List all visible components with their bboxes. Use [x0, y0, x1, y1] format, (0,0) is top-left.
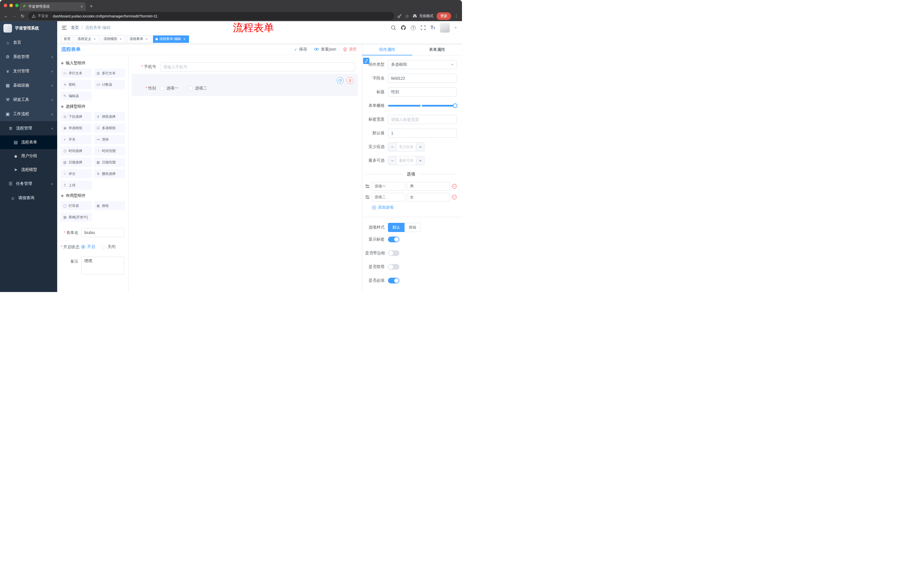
palette-item-button[interactable]: ▣按钮: [94, 201, 125, 210]
font-size-icon[interactable]: [431, 25, 435, 30]
palette-item-single-text[interactable]: ▭单行文本: [61, 69, 92, 78]
forward-button[interactable]: →: [12, 13, 17, 18]
window-close-button[interactable]: [4, 4, 7, 7]
palette-item-color-picker[interactable]: ⊛颜色选择: [94, 169, 125, 178]
palette-item-time-picker[interactable]: ◷时间选择: [61, 146, 92, 155]
label-width-input[interactable]: [388, 115, 457, 124]
max-increase-button[interactable]: +: [416, 156, 424, 165]
tab-close-icon[interactable]: ×: [81, 4, 83, 9]
slider-handle[interactable]: [453, 104, 457, 108]
phone-field-row[interactable]: 手机号: [132, 62, 358, 71]
sidebar-item-system-mgmt[interactable]: ⚙ 系统管理 ∨: [0, 50, 57, 64]
window-maximize-button[interactable]: [15, 4, 18, 7]
disabled-toggle[interactable]: [388, 264, 399, 270]
status-off-radio[interactable]: 关闭: [101, 244, 116, 249]
add-option-button[interactable]: 添加选项: [372, 205, 457, 210]
remark-textarea[interactable]: 嘿嘿: [81, 257, 124, 274]
browser-tab[interactable]: 芋道管理系统 ×: [20, 2, 86, 11]
tag-close-icon[interactable]: [119, 37, 123, 41]
remove-option-button[interactable]: [452, 184, 457, 189]
search-icon[interactable]: [391, 25, 396, 30]
phone-input[interactable]: [160, 62, 355, 71]
sidebar-item-process-form[interactable]: ▤ 流程表单: [0, 135, 57, 149]
min-decrease-button[interactable]: −: [388, 143, 396, 151]
palette-item-table[interactable]: ▦表格[开发中]: [61, 212, 92, 222]
option-style-default-button[interactable]: 默认: [388, 223, 404, 232]
sidebar-item-workflow[interactable]: ▣ 工作流程 ∧: [0, 107, 57, 121]
palette-item-select[interactable]: ◎下拉选择: [61, 112, 92, 121]
palette-item-upload[interactable]: ↥上传: [61, 181, 92, 190]
field-name-input[interactable]: [388, 74, 457, 83]
palette-item-time-range[interactable]: ◔时间范围: [94, 146, 125, 155]
palette-item-rate[interactable]: ☆评分: [61, 169, 92, 178]
drag-handle-icon[interactable]: [365, 184, 370, 188]
clear-button[interactable]: 清空: [343, 47, 357, 52]
palette-item-counter[interactable]: 123计数器: [94, 80, 125, 89]
component-type-select[interactable]: 多选框组: [388, 60, 457, 69]
github-icon[interactable]: [401, 25, 406, 30]
option-value-input[interactable]: [407, 182, 450, 191]
view-json-button[interactable]: 查看json: [314, 47, 336, 52]
sidebar-item-infrastructure[interactable]: ▦ 基础设施 ∨: [0, 78, 57, 92]
show-label-toggle[interactable]: [388, 237, 399, 242]
tag-close-icon[interactable]: [182, 37, 186, 41]
password-key-icon[interactable]: [398, 14, 402, 18]
tag-process-definition[interactable]: 流程定义: [75, 35, 99, 43]
option-value-input[interactable]: [407, 193, 450, 201]
required-toggle[interactable]: [388, 278, 399, 283]
tab-component-props[interactable]: 组件属性: [362, 44, 412, 55]
help-icon[interactable]: ?: [411, 25, 416, 30]
sidebar-item-task-mgmt[interactable]: ☰ 任务管理 ∨: [0, 176, 57, 191]
address-bar[interactable]: 不安全 dashboard.yudao.iocoder.cn/bpm/manag…: [28, 12, 394, 20]
status-on-radio[interactable]: 开启: [81, 244, 95, 249]
palette-item-date-range[interactable]: ▩日期范围: [94, 158, 125, 167]
title-input[interactable]: [388, 87, 457, 97]
gender-option-1-checkbox[interactable]: 选项一: [160, 86, 178, 91]
palette-item-checkbox-group[interactable]: ☑多选框组: [94, 123, 125, 133]
option-label-input[interactable]: [371, 193, 405, 201]
sidebar-item-process-mgmt[interactable]: ≣ 流程管理 ∧: [0, 121, 57, 135]
form-name-input[interactable]: [81, 228, 124, 237]
drag-handle-icon[interactable]: [365, 195, 370, 199]
palette-item-editor[interactable]: ✎编辑器: [61, 91, 92, 100]
option-label-input[interactable]: [371, 182, 405, 191]
update-button[interactable]: 更新: [437, 12, 451, 20]
copy-component-button[interactable]: [337, 77, 344, 84]
hamburger-icon[interactable]: [62, 25, 67, 30]
palette-item-date-picker[interactable]: ▧日期选择: [61, 158, 92, 167]
sidebar-item-process-model[interactable]: ➤ 流程模型: [0, 163, 57, 176]
tag-process-model[interactable]: 流程模型: [101, 35, 125, 43]
sidebar-item-home[interactable]: ⌂ 首页: [0, 35, 57, 50]
form-grid-slider[interactable]: [388, 101, 457, 110]
min-select-input[interactable]: [396, 143, 416, 151]
tag-close-icon[interactable]: [145, 37, 148, 41]
option-style-button-button[interactable]: 按钮: [404, 223, 421, 232]
tag-process-form[interactable]: 流程表单: [127, 35, 151, 43]
delete-component-button[interactable]: [346, 77, 353, 84]
window-minimize-button[interactable]: [10, 4, 13, 7]
checkbox-box[interactable]: [160, 86, 164, 90]
palette-item-slider[interactable]: ⊶滑块: [94, 135, 125, 144]
back-button[interactable]: ←: [3, 13, 8, 18]
checkbox-box[interactable]: [189, 86, 193, 90]
border-toggle[interactable]: [388, 250, 399, 256]
tag-close-icon[interactable]: [92, 37, 97, 41]
tag-home[interactable]: 首页: [61, 35, 73, 43]
palette-item-multi-text[interactable]: ▤多行文本: [94, 69, 125, 78]
tag-process-form-edit[interactable]: 流程表单-编辑: [153, 35, 189, 43]
sidebar-item-leave-query[interactable]: ☺ 请假查询: [0, 191, 57, 205]
fullscreen-icon[interactable]: [421, 25, 426, 30]
browser-menu-icon[interactable]: ⋮: [454, 13, 459, 18]
new-tab-button[interactable]: +: [90, 3, 93, 10]
palette-item-cascader[interactable]: ⋔级联选择: [94, 112, 125, 121]
sidebar-item-payment-mgmt[interactable]: ¥ 支付管理 ∨: [0, 64, 57, 78]
bookmark-star-icon[interactable]: ☆: [405, 13, 409, 19]
palette-item-switch[interactable]: ◐开关: [61, 135, 92, 144]
palette-item-password[interactable]: ∗密码: [61, 80, 92, 89]
reload-button[interactable]: ↻: [20, 13, 25, 19]
gender-option-2-checkbox[interactable]: 选项二: [189, 86, 207, 91]
tab-form-props[interactable]: 表单属性: [412, 44, 462, 55]
selected-component-gender[interactable]: 性别 选项一 选项二: [132, 74, 358, 96]
form-canvas[interactable]: 手机号: [129, 55, 362, 292]
breadcrumb-home[interactable]: 首页: [71, 25, 79, 30]
